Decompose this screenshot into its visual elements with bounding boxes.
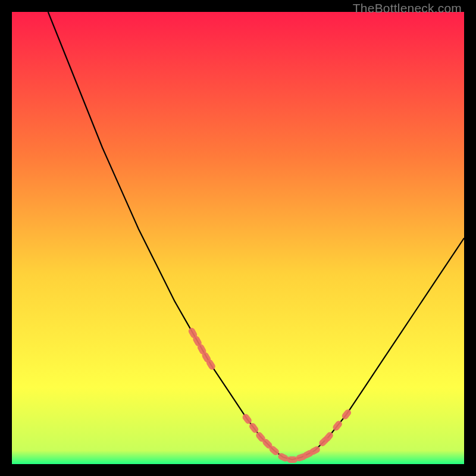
watermark-text: TheBottleneck.com xyxy=(353,1,462,15)
chart-svg xyxy=(12,12,464,464)
gradient-background xyxy=(12,12,464,464)
marker-dot xyxy=(287,456,298,463)
chart-frame xyxy=(12,12,464,464)
